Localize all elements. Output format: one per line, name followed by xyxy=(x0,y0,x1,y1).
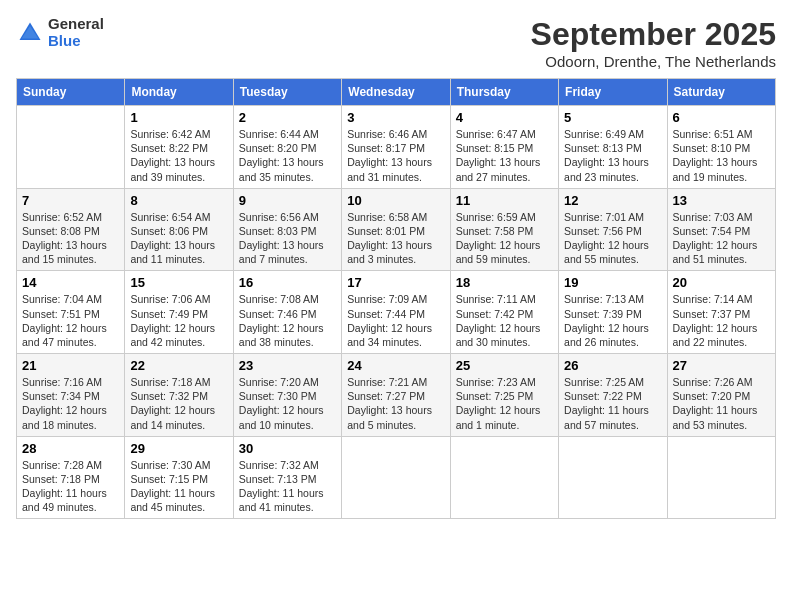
day-info: Sunrise: 6:59 AM Sunset: 7:58 PM Dayligh… xyxy=(456,211,541,266)
day-info: Sunrise: 7:09 AM Sunset: 7:44 PM Dayligh… xyxy=(347,293,432,348)
calendar-day-cell: 13Sunrise: 7:03 AM Sunset: 7:54 PM Dayli… xyxy=(667,188,775,271)
day-info: Sunrise: 7:16 AM Sunset: 7:34 PM Dayligh… xyxy=(22,376,107,431)
logo: General Blue xyxy=(16,16,104,49)
day-info: Sunrise: 6:46 AM Sunset: 8:17 PM Dayligh… xyxy=(347,128,432,183)
day-number: 25 xyxy=(456,358,553,373)
day-info: Sunrise: 7:32 AM Sunset: 7:13 PM Dayligh… xyxy=(239,459,324,514)
day-number: 5 xyxy=(564,110,661,125)
day-number: 4 xyxy=(456,110,553,125)
day-number: 3 xyxy=(347,110,444,125)
calendar-day-cell: 21Sunrise: 7:16 AM Sunset: 7:34 PM Dayli… xyxy=(17,354,125,437)
calendar-day-header: Wednesday xyxy=(342,79,450,106)
day-number: 23 xyxy=(239,358,336,373)
logo-blue-text: Blue xyxy=(48,33,104,50)
calendar-day-cell: 20Sunrise: 7:14 AM Sunset: 7:37 PM Dayli… xyxy=(667,271,775,354)
day-number: 10 xyxy=(347,193,444,208)
day-number: 12 xyxy=(564,193,661,208)
calendar-day-cell xyxy=(17,106,125,189)
day-number: 20 xyxy=(673,275,770,290)
logo-icon xyxy=(16,19,44,47)
calendar-day-header: Saturday xyxy=(667,79,775,106)
day-info: Sunrise: 7:01 AM Sunset: 7:56 PM Dayligh… xyxy=(564,211,649,266)
day-info: Sunrise: 7:23 AM Sunset: 7:25 PM Dayligh… xyxy=(456,376,541,431)
day-info: Sunrise: 7:08 AM Sunset: 7:46 PM Dayligh… xyxy=(239,293,324,348)
day-info: Sunrise: 7:13 AM Sunset: 7:39 PM Dayligh… xyxy=(564,293,649,348)
day-number: 16 xyxy=(239,275,336,290)
calendar-day-cell: 9Sunrise: 6:56 AM Sunset: 8:03 PM Daylig… xyxy=(233,188,341,271)
day-info: Sunrise: 7:26 AM Sunset: 7:20 PM Dayligh… xyxy=(673,376,758,431)
calendar-table: SundayMondayTuesdayWednesdayThursdayFrid… xyxy=(16,78,776,519)
day-number: 28 xyxy=(22,441,119,456)
day-info: Sunrise: 7:06 AM Sunset: 7:49 PM Dayligh… xyxy=(130,293,215,348)
calendar-day-header: Monday xyxy=(125,79,233,106)
day-info: Sunrise: 7:21 AM Sunset: 7:27 PM Dayligh… xyxy=(347,376,432,431)
calendar-day-cell: 14Sunrise: 7:04 AM Sunset: 7:51 PM Dayli… xyxy=(17,271,125,354)
calendar-week-row: 14Sunrise: 7:04 AM Sunset: 7:51 PM Dayli… xyxy=(17,271,776,354)
day-info: Sunrise: 7:14 AM Sunset: 7:37 PM Dayligh… xyxy=(673,293,758,348)
calendar-week-row: 7Sunrise: 6:52 AM Sunset: 8:08 PM Daylig… xyxy=(17,188,776,271)
day-number: 19 xyxy=(564,275,661,290)
day-info: Sunrise: 6:52 AM Sunset: 8:08 PM Dayligh… xyxy=(22,211,107,266)
calendar-day-cell: 22Sunrise: 7:18 AM Sunset: 7:32 PM Dayli… xyxy=(125,354,233,437)
calendar-week-row: 28Sunrise: 7:28 AM Sunset: 7:18 PM Dayli… xyxy=(17,436,776,519)
day-number: 8 xyxy=(130,193,227,208)
calendar-day-cell: 16Sunrise: 7:08 AM Sunset: 7:46 PM Dayli… xyxy=(233,271,341,354)
day-number: 30 xyxy=(239,441,336,456)
day-number: 14 xyxy=(22,275,119,290)
day-info: Sunrise: 7:04 AM Sunset: 7:51 PM Dayligh… xyxy=(22,293,107,348)
day-number: 21 xyxy=(22,358,119,373)
calendar-day-cell: 29Sunrise: 7:30 AM Sunset: 7:15 PM Dayli… xyxy=(125,436,233,519)
day-number: 17 xyxy=(347,275,444,290)
day-number: 27 xyxy=(673,358,770,373)
calendar-day-cell: 26Sunrise: 7:25 AM Sunset: 7:22 PM Dayli… xyxy=(559,354,667,437)
calendar-day-cell: 3Sunrise: 6:46 AM Sunset: 8:17 PM Daylig… xyxy=(342,106,450,189)
day-info: Sunrise: 7:03 AM Sunset: 7:54 PM Dayligh… xyxy=(673,211,758,266)
day-info: Sunrise: 6:47 AM Sunset: 8:15 PM Dayligh… xyxy=(456,128,541,183)
title-block: September 2025 Odoorn, Drenthe, The Neth… xyxy=(531,16,776,70)
calendar-day-cell: 6Sunrise: 6:51 AM Sunset: 8:10 PM Daylig… xyxy=(667,106,775,189)
calendar-day-cell: 24Sunrise: 7:21 AM Sunset: 7:27 PM Dayli… xyxy=(342,354,450,437)
calendar-day-cell: 2Sunrise: 6:44 AM Sunset: 8:20 PM Daylig… xyxy=(233,106,341,189)
day-info: Sunrise: 7:18 AM Sunset: 7:32 PM Dayligh… xyxy=(130,376,215,431)
calendar-day-header: Tuesday xyxy=(233,79,341,106)
day-info: Sunrise: 6:42 AM Sunset: 8:22 PM Dayligh… xyxy=(130,128,215,183)
calendar-week-row: 1Sunrise: 6:42 AM Sunset: 8:22 PM Daylig… xyxy=(17,106,776,189)
calendar-day-cell: 8Sunrise: 6:54 AM Sunset: 8:06 PM Daylig… xyxy=(125,188,233,271)
day-info: Sunrise: 6:54 AM Sunset: 8:06 PM Dayligh… xyxy=(130,211,215,266)
calendar-day-cell: 19Sunrise: 7:13 AM Sunset: 7:39 PM Dayli… xyxy=(559,271,667,354)
calendar-header-row: SundayMondayTuesdayWednesdayThursdayFrid… xyxy=(17,79,776,106)
day-info: Sunrise: 7:28 AM Sunset: 7:18 PM Dayligh… xyxy=(22,459,107,514)
calendar-day-header: Sunday xyxy=(17,79,125,106)
day-number: 15 xyxy=(130,275,227,290)
day-info: Sunrise: 6:51 AM Sunset: 8:10 PM Dayligh… xyxy=(673,128,758,183)
calendar-day-cell xyxy=(559,436,667,519)
calendar-day-cell: 1Sunrise: 6:42 AM Sunset: 8:22 PM Daylig… xyxy=(125,106,233,189)
calendar-day-cell: 15Sunrise: 7:06 AM Sunset: 7:49 PM Dayli… xyxy=(125,271,233,354)
day-number: 26 xyxy=(564,358,661,373)
day-number: 7 xyxy=(22,193,119,208)
calendar-day-cell: 11Sunrise: 6:59 AM Sunset: 7:58 PM Dayli… xyxy=(450,188,558,271)
calendar-day-cell: 4Sunrise: 6:47 AM Sunset: 8:15 PM Daylig… xyxy=(450,106,558,189)
calendar-day-cell xyxy=(450,436,558,519)
calendar-day-cell: 25Sunrise: 7:23 AM Sunset: 7:25 PM Dayli… xyxy=(450,354,558,437)
logo-general-text: General xyxy=(48,16,104,33)
calendar-day-cell: 7Sunrise: 6:52 AM Sunset: 8:08 PM Daylig… xyxy=(17,188,125,271)
day-number: 1 xyxy=(130,110,227,125)
calendar-day-header: Thursday xyxy=(450,79,558,106)
page-header: General Blue September 2025 Odoorn, Dren… xyxy=(16,16,776,70)
calendar-day-cell xyxy=(667,436,775,519)
day-info: Sunrise: 7:20 AM Sunset: 7:30 PM Dayligh… xyxy=(239,376,324,431)
calendar-day-cell: 12Sunrise: 7:01 AM Sunset: 7:56 PM Dayli… xyxy=(559,188,667,271)
day-number: 24 xyxy=(347,358,444,373)
day-number: 6 xyxy=(673,110,770,125)
day-info: Sunrise: 7:11 AM Sunset: 7:42 PM Dayligh… xyxy=(456,293,541,348)
calendar-day-cell xyxy=(342,436,450,519)
calendar-day-cell: 28Sunrise: 7:28 AM Sunset: 7:18 PM Dayli… xyxy=(17,436,125,519)
calendar-day-cell: 30Sunrise: 7:32 AM Sunset: 7:13 PM Dayli… xyxy=(233,436,341,519)
day-info: Sunrise: 7:30 AM Sunset: 7:15 PM Dayligh… xyxy=(130,459,215,514)
calendar-day-cell: 17Sunrise: 7:09 AM Sunset: 7:44 PM Dayli… xyxy=(342,271,450,354)
day-number: 9 xyxy=(239,193,336,208)
day-number: 18 xyxy=(456,275,553,290)
calendar-day-header: Friday xyxy=(559,79,667,106)
calendar-day-cell: 23Sunrise: 7:20 AM Sunset: 7:30 PM Dayli… xyxy=(233,354,341,437)
